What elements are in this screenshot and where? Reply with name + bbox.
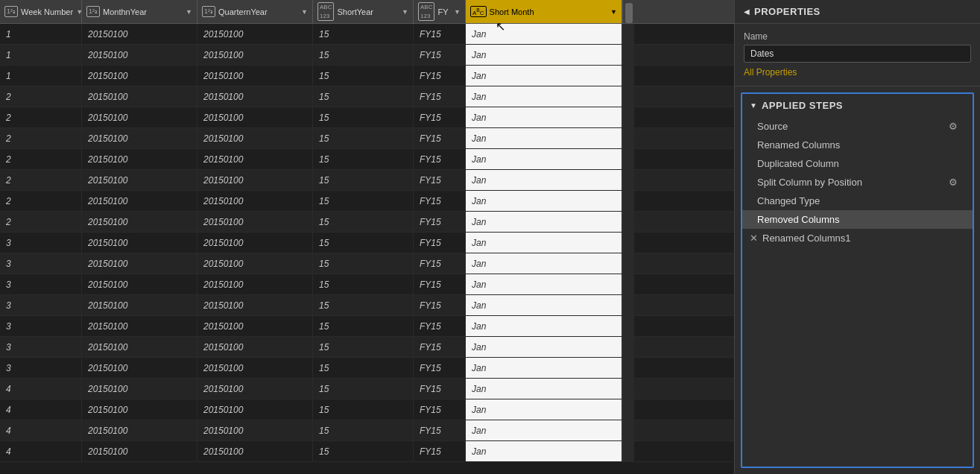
week-number-type-icon: 1²₃: [4, 6, 18, 17]
step-item-split-column-by-position[interactable]: Split Column by Position⚙: [742, 173, 973, 192]
cell-month-year: 20150100: [82, 295, 197, 315]
step-item-removed-columns[interactable]: Removed Columns: [742, 210, 973, 229]
cell-quarter-year: 20150100: [197, 253, 313, 274]
col-header-quarter-year[interactable]: 1²₃ QuarternYear ▼: [197, 0, 313, 23]
table-row: 3201501002015010015FY15Jan: [0, 316, 734, 337]
cell-fy: FY15: [414, 337, 466, 357]
cell-week-number: 2: [0, 86, 82, 107]
name-label: Name: [744, 31, 971, 42]
table-row: 4201501002015010015FY15Jan: [0, 420, 734, 441]
step-label: Duplicated Column: [757, 158, 839, 169]
properties-title: PROPERTIES: [754, 6, 821, 17]
col-header-short-year[interactable]: ABC123 ShortYear ▼: [313, 0, 414, 23]
name-input[interactable]: [744, 45, 971, 63]
properties-body: Name All Properties: [735, 24, 980, 86]
cell-month-year: 20150100: [82, 86, 197, 107]
table-scrollbar[interactable]: [622, 0, 634, 23]
quarter-year-type-icon: 1²₃: [202, 6, 215, 17]
row-scroll-space: [622, 170, 634, 190]
steps-list: Source⚙Renamed ColumnsDuplicated ColumnS…: [742, 117, 973, 247]
cell-short-month: Jan: [466, 128, 622, 148]
row-scroll-space: [622, 441, 634, 461]
cell-week-number: 3: [0, 253, 82, 274]
col-label-short-year: ShortYear: [337, 7, 373, 16]
step-item-renamed-columns1[interactable]: ✕Renamed Columns1: [742, 229, 973, 247]
table-row: 2201501002015010015FY15Jan: [0, 212, 734, 233]
cell-short-year: 15: [313, 212, 414, 232]
cell-week-number: 3: [0, 316, 82, 336]
col-label-month-year: MonthnYear: [103, 7, 147, 16]
row-scroll-space: [622, 191, 634, 211]
cell-month-year: 20150100: [82, 149, 197, 169]
step-label: Removed Columns: [757, 214, 840, 225]
cell-short-month: Jan: [466, 316, 622, 336]
properties-triangle-icon: ◀: [744, 7, 750, 16]
row-scroll-space: [622, 66, 634, 86]
cell-short-year: 15: [313, 420, 414, 440]
cell-month-year: 20150100: [82, 212, 197, 232]
step-item-duplicated-column[interactable]: Duplicated Column: [742, 154, 973, 173]
table-row: 1201501002015010015FY15Jan: [0, 24, 734, 45]
cell-quarter-year: 20150100: [197, 149, 313, 169]
row-scroll-space: [622, 420, 634, 440]
table-row: 2201501002015010015FY15Jan: [0, 86, 734, 107]
col-header-short-month[interactable]: ABC Short Month ▼ ↖: [466, 0, 622, 23]
row-scroll-space: [622, 24, 634, 44]
cell-short-month: Jan: [466, 170, 622, 190]
cell-short-year: 15: [313, 379, 414, 399]
cell-short-year: 15: [313, 441, 414, 461]
scrollbar-thumb[interactable]: [625, 3, 633, 23]
table-row: 3201501002015010015FY15Jan: [0, 274, 734, 295]
cell-short-year: 15: [313, 86, 414, 107]
row-scroll-space: [622, 379, 634, 399]
cell-quarter-year: 20150100: [197, 337, 313, 357]
step-gear-icon[interactable]: ⚙: [949, 177, 958, 188]
col-header-fy[interactable]: ABC123 FY ▼: [414, 0, 466, 23]
cell-week-number: 4: [0, 420, 82, 440]
applied-steps-container: ▼ APPLIED STEPS Source⚙Renamed ColumnsDu…: [741, 92, 974, 468]
table-header: 1²₃ Week Number ▼ 1²₃ MonthnYear ▼ 1²₃ Q…: [0, 0, 734, 24]
cell-fy: FY15: [414, 399, 466, 420]
short-month-dropdown[interactable]: ▼: [610, 8, 617, 16]
row-scroll-space: [622, 274, 634, 294]
row-scroll-space: [622, 399, 634, 420]
cell-month-year: 20150100: [82, 379, 197, 399]
row-scroll-space: [622, 86, 634, 107]
col-header-week-number[interactable]: 1²₃ Week Number ▼: [0, 0, 82, 23]
step-gear-icon[interactable]: ⚙: [949, 121, 958, 132]
cell-month-year: 20150100: [82, 253, 197, 274]
cell-week-number: 4: [0, 441, 82, 461]
cell-fy: FY15: [414, 441, 466, 461]
cell-short-month: Jan: [466, 274, 622, 294]
cell-month-year: 20150100: [82, 233, 197, 253]
all-properties-link[interactable]: All Properties: [744, 67, 797, 78]
row-scroll-space: [622, 316, 634, 336]
cell-fy: FY15: [414, 420, 466, 440]
cell-quarter-year: 20150100: [197, 66, 313, 86]
col-header-month-year[interactable]: 1²₃ MonthnYear ▼: [82, 0, 197, 23]
cell-quarter-year: 20150100: [197, 316, 313, 336]
quarter-year-dropdown[interactable]: ▼: [301, 8, 308, 16]
cell-quarter-year: 20150100: [197, 45, 313, 65]
cell-fy: FY15: [414, 212, 466, 232]
cell-fy: FY15: [414, 358, 466, 378]
table-row: 3201501002015010015FY15Jan: [0, 295, 734, 316]
cell-quarter-year: 20150100: [197, 24, 313, 44]
cell-short-month: Jan: [466, 233, 622, 253]
short-year-dropdown[interactable]: ▼: [402, 8, 408, 16]
table-row: 2201501002015010015FY15Jan: [0, 107, 734, 128]
step-item-changed-type[interactable]: Changed Type: [742, 192, 973, 210]
cell-short-month: Jan: [466, 45, 622, 65]
cell-month-year: 20150100: [82, 337, 197, 357]
fy-dropdown[interactable]: ▼: [454, 8, 461, 16]
cell-quarter-year: 20150100: [197, 128, 313, 148]
cell-quarter-year: 20150100: [197, 441, 313, 461]
cell-month-year: 20150100: [82, 45, 197, 65]
month-year-dropdown[interactable]: ▼: [186, 8, 192, 16]
cell-short-year: 15: [313, 170, 414, 190]
cell-fy: FY15: [414, 107, 466, 127]
cell-month-year: 20150100: [82, 358, 197, 378]
step-item-source[interactable]: Source⚙: [742, 117, 973, 136]
step-item-renamed-columns[interactable]: Renamed Columns: [742, 136, 973, 154]
cell-fy: FY15: [414, 149, 466, 169]
